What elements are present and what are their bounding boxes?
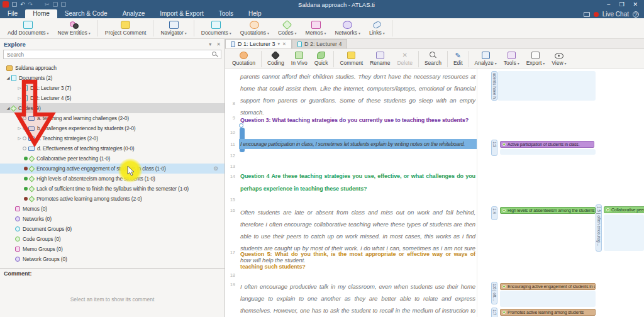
tab-help[interactable]: Help xyxy=(241,9,269,18)
tab-search-and-code[interactable]: Search & Code xyxy=(57,9,115,18)
edit-button[interactable]: ✎ Edit xyxy=(450,50,466,69)
expander-collapsed-icon[interactable]: ▷ xyxy=(16,86,23,91)
tree-item-code-groups[interactable]: Code Groups (0) xyxy=(0,234,225,244)
add-documents-icon xyxy=(23,21,33,29)
tree-item-document-1[interactable]: ▷ D 1: Lecturer 3 (7) xyxy=(0,83,225,93)
status-ring-icon xyxy=(23,136,26,140)
tree-item-project[interactable]: Saldana approach xyxy=(0,63,225,73)
tree-item-code-promotes[interactable]: Promotes active learning among students … xyxy=(0,194,225,204)
tree-item-code-category-d[interactable]: d. Effectiveness of teaching strategies … xyxy=(0,143,225,153)
tree-item-code-category-c[interactable]: ▷ c. Teaching strategies (2-0) xyxy=(0,133,225,143)
tools-button[interactable]: Tools▾ xyxy=(501,50,523,69)
quick-coding-button[interactable]: Quick xyxy=(311,50,331,69)
tab-dropdown-icon[interactable]: ▾ xyxy=(278,42,280,47)
undo-icon[interactable]: ↶ xyxy=(20,1,25,8)
new-entities-button[interactable]: New Entities▾ xyxy=(54,19,94,38)
comment-button[interactable]: Comment xyxy=(336,50,366,69)
redo-icon[interactable]: ↷ xyxy=(28,1,33,8)
view-button[interactable]: View▾ xyxy=(548,50,569,69)
expander-collapsed-icon[interactable]: ▷ xyxy=(16,126,23,131)
expander-collapsed-icon[interactable]: ▷ xyxy=(16,96,23,101)
code-dot-icon xyxy=(502,285,506,288)
quotation-bracket[interactable]: udents have h... xyxy=(491,71,497,101)
search-input[interactable] xyxy=(7,52,212,58)
tree-item-code-category-b[interactable]: ▷ b. challenges experienced by students … xyxy=(0,123,225,133)
quotation-button[interactable]: Quotation xyxy=(229,50,258,69)
coded-dot-icon xyxy=(24,157,28,160)
code-bar-promotes[interactable]: Promotes active learning among students xyxy=(500,309,596,316)
category-code-icon xyxy=(28,147,35,151)
tree-item-code-absenteeism[interactable]: High levels of absenteeism among the stu… xyxy=(0,174,225,184)
tree-item-code-lack-of-time[interactable]: Lack of sufficient time to finish the sy… xyxy=(0,184,225,194)
navigator-button[interactable]: Navigator▾ xyxy=(157,19,190,38)
tree-item-documents[interactable]: ◢ Documents (2) xyxy=(0,73,225,83)
tree-item-code-encouraging[interactable]: Encouraging active engagement of student… xyxy=(0,164,225,174)
tree-item-networks[interactable]: Networks (0) xyxy=(0,214,225,224)
project-comment-button[interactable]: Project Comment xyxy=(101,19,150,38)
tree-item-memo-groups[interactable]: Memo Groups (0) xyxy=(0,244,225,254)
quotation-hover-region[interactable] xyxy=(500,149,596,155)
copy-icon[interactable] xyxy=(53,2,58,7)
panel-close-icon[interactable]: ✕ xyxy=(216,42,221,47)
tab-analyze[interactable]: Analyze xyxy=(115,9,153,18)
tree-item-document-2[interactable]: ▷ D 2: Lecturer 4 (5) xyxy=(0,93,225,103)
code-bar-active-participation[interactable]: Active participation of students in clas… xyxy=(500,141,594,148)
code-bar-absenteeism[interactable]: High levels of absenteeism among the stu… xyxy=(500,207,596,214)
live-chat-button[interactable]: Live Chat xyxy=(602,11,629,18)
feedback-icon[interactable] xyxy=(584,12,590,17)
tab-tools[interactable]: Tools xyxy=(211,9,241,18)
maximize-button[interactable]: ❒ xyxy=(619,1,624,8)
expander-expanded-icon[interactable]: ◢ xyxy=(5,75,11,81)
quotation-hover-region[interactable] xyxy=(500,291,596,307)
export-button[interactable]: Export▾ xyxy=(523,50,548,69)
minimize-button[interactable]: – xyxy=(607,1,610,8)
networks-manager-button[interactable]: Networks▾ xyxy=(331,19,364,38)
document-content[interactable]: 8 9 10 11 12 13 14 15 16 17 18 19 parent… xyxy=(225,69,644,317)
document-toolbar: Quotation Coding In Vivo Quick xyxy=(225,49,644,69)
gear-icon[interactable]: ⚙ xyxy=(213,165,218,172)
links-manager-button[interactable]: Links▾ xyxy=(365,19,389,38)
quotation-bracket[interactable]: 1:6 | oft... xyxy=(491,282,497,304)
in-vivo-button[interactable]: In Vivo xyxy=(288,50,311,69)
quotation-hover-region[interactable] xyxy=(497,71,596,101)
code-bar-collaborative[interactable]: Collaborative peer tea xyxy=(604,206,644,213)
quotations-manager-button[interactable]: Quotations▾ xyxy=(236,19,273,38)
tree-item-codes[interactable]: ◢ Codes (9) xyxy=(0,103,225,113)
panel-menu-icon[interactable]: ▾ xyxy=(209,42,211,47)
code-bar-encouraging[interactable]: Encouraging active engagement of student… xyxy=(500,283,596,290)
codes-manager-button[interactable]: Codes▾ xyxy=(274,19,301,38)
tab-file[interactable]: File xyxy=(0,9,25,18)
quotation-bracket[interactable]: 1:5 | often encourag... xyxy=(596,204,602,252)
add-documents-button[interactable]: Add Documents▾ xyxy=(4,19,53,38)
quotation-anchor-icon[interactable] xyxy=(239,123,243,128)
tree-item-document-groups[interactable]: Document Groups (0) xyxy=(0,224,225,234)
save-icon[interactable] xyxy=(12,2,17,7)
documents-manager-button[interactable]: Documents▾ xyxy=(197,19,235,38)
tab-home[interactable]: Home xyxy=(25,9,57,18)
quotation-bracket[interactable]: 1:7 xyxy=(491,308,497,317)
tree-item-network-groups[interactable]: Network Groups (0) xyxy=(0,254,225,264)
memos-manager-button[interactable]: Memos▾ xyxy=(302,19,330,38)
tree-item-code-collaborative[interactable]: Collaborative peer teaching (1-0) xyxy=(0,153,225,164)
coding-button[interactable]: Coding xyxy=(264,50,287,69)
tab-close-icon[interactable]: ✕ xyxy=(282,42,286,47)
rename-button[interactable]: Rename xyxy=(367,50,393,69)
analyze-button[interactable]: Analyze▾ xyxy=(472,50,500,69)
document-tab-lecturer-4[interactable]: D 2: Lecturer 4 xyxy=(292,39,348,48)
paste-icon[interactable] xyxy=(61,2,66,7)
delete-button[interactable]: ✕ Delete xyxy=(394,50,416,69)
selected-quotation-text[interactable]: I encourage participation in class, I so… xyxy=(239,139,477,149)
quotation-bracket[interactable]: 1:3 xyxy=(491,140,497,156)
help-icon[interactable]: ? xyxy=(633,11,639,18)
close-button[interactable]: ✕ xyxy=(633,1,638,8)
cut-icon[interactable]: ✂ xyxy=(45,1,50,8)
tab-import-export[interactable]: Import & Export xyxy=(152,9,211,18)
expander-collapsed-icon[interactable]: ▷ xyxy=(16,136,23,141)
search-box[interactable] xyxy=(3,50,221,59)
tree-item-code-category-a[interactable]: a. teaching and learning challenges (2-0… xyxy=(0,113,225,123)
quotation-bracket[interactable]: 1:4 xyxy=(491,206,497,220)
tree-item-memos[interactable]: Memos (0) xyxy=(0,204,225,214)
document-tab-lecturer-3[interactable]: D 1: Lecturer 3 ▾ ✕ xyxy=(225,39,292,48)
quotation-hover-region[interactable] xyxy=(604,214,644,251)
search-button[interactable]: Search xyxy=(421,50,445,69)
